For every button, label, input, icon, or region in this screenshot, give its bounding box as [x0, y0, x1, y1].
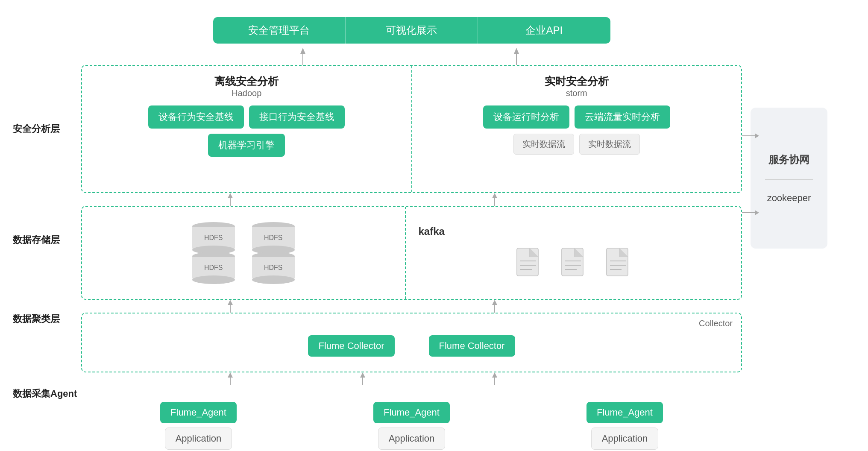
agent3-btn: Flume_Agent [586, 402, 663, 423]
realtime-sub2: 实时数据流 [579, 134, 640, 155]
svg-marker-30 [360, 372, 365, 378]
realtime-box: 实时安全分析 storm 设备运行时分析 云端流量实时分析 实时数据流 实时数据… [412, 66, 742, 192]
label-collector: 数据聚类层 [13, 287, 79, 351]
hdfs-area: HDFS HDFS HDFS [82, 207, 406, 299]
svg-marker-7 [492, 193, 497, 198]
offline-btn1: 设备行为安全基线 [148, 105, 244, 129]
offline-title: 离线安全分析 [214, 74, 279, 88]
svg-rect-13 [562, 248, 583, 276]
kafka-area: kafka [406, 207, 742, 299]
kafka-doc-3 [604, 246, 632, 280]
up-arrow-offline [299, 48, 307, 65]
svg-rect-18 [607, 248, 628, 276]
label-column: 安全分析层 数据存储层 数据聚类层 数据采集Agent [13, 65, 79, 451]
realtime-subtitle: storm [545, 88, 609, 98]
agent2-btn: Flume_Agent [373, 402, 450, 423]
svg-marker-26 [492, 300, 497, 305]
top-bar-item-1: 安全管理平台 [213, 17, 346, 44]
kafka-docs [515, 246, 632, 280]
up-arrow-kafka [491, 193, 499, 206]
offline-btn2: 接口行为安全基线 [249, 105, 345, 129]
agent-item-1: Flume_Agent Application [160, 402, 237, 450]
agent1-app: Application [165, 428, 232, 450]
collector-btn2: Flume Collector [429, 335, 515, 357]
agent-item-2: Flume_Agent Application [373, 402, 450, 450]
kafka-title: kafka [419, 226, 445, 237]
service-bottom: zookeeper [767, 193, 811, 204]
offline-box: 离线安全分析 Hadoop 设备行为安全基线 接口行为安全基线 机器学习引擎 [82, 66, 412, 192]
diagram-outer: 安全分析层 数据存储层 数据聚类层 数据采集Agent 离线 [13, 65, 855, 451]
agent2-app: Application [378, 428, 446, 450]
up-arrow-agent3 [491, 372, 499, 385]
svg-marker-32 [492, 372, 497, 378]
up-arrow-hdfs [226, 193, 234, 206]
kafka-doc-2 [560, 246, 587, 280]
collector-label: Collector [699, 319, 733, 328]
service-divider [765, 179, 813, 180]
hdfs-cyl-bot-2: HDFS [250, 252, 297, 284]
analysis-outer-box: 离线安全分析 Hadoop 设备行为安全基线 接口行为安全基线 机器学习引擎 实… [81, 65, 742, 193]
realtime-title: 实时安全分析 [545, 74, 609, 88]
svg-marker-5 [228, 193, 233, 198]
collector-box: Collector Flume Collector Flume Collecto… [81, 313, 742, 372]
up-arrow-realtime [512, 48, 521, 65]
realtime-sub1: 实时数据流 [513, 134, 574, 155]
storage-outer-box: HDFS HDFS HDFS [81, 206, 742, 300]
up-arrow-agent1 [226, 372, 234, 385]
svg-rect-8 [517, 248, 538, 276]
realtime-btn2: 云端流量实时分析 [575, 105, 670, 129]
svg-marker-3 [514, 48, 519, 54]
right-arrow-storage [742, 210, 759, 215]
up-arrow-collector1 [226, 300, 234, 313]
top-bar-item-3: 企业API [478, 17, 610, 44]
main-container: 安全管理平台 可视化展示 企业API [0, 0, 868, 451]
hdfs-cyl-top-2: HDFS [250, 222, 297, 254]
hdfs-cyl-top-1: HDFS [190, 222, 237, 254]
hdfs-group-2: HDFS HDFS [250, 222, 297, 284]
hdfs-group-1: HDFS HDFS [190, 222, 237, 284]
up-arrow-collector2 [491, 300, 499, 313]
label-agent: 数据采集Agent [13, 351, 79, 436]
center-column: 离线安全分析 Hadoop 设备行为安全基线 接口行为安全基线 机器学习引擎 实… [79, 65, 744, 451]
agent-row: Flume_Agent Application Flume_Agent Appl… [79, 385, 744, 451]
right-column: 服务协网 zookeeper [744, 65, 855, 451]
svg-marker-28 [228, 372, 233, 378]
label-storage: 数据存储层 [13, 193, 79, 287]
service-top: 服务协网 [768, 153, 809, 167]
offline-btn3: 机器学习引擎 [208, 134, 285, 157]
collector-btns: Flume Collector Flume Collector [308, 329, 515, 357]
kafka-doc-1 [515, 246, 542, 280]
top-bar: 安全管理平台 可视化展示 企业API [213, 17, 610, 44]
right-arrow-analysis [742, 133, 759, 138]
agent3-app: Application [591, 428, 659, 450]
agent1-btn: Flume_Agent [160, 402, 237, 423]
svg-marker-24 [228, 300, 233, 305]
top-bar-item-2: 可视化展示 [346, 17, 478, 44]
hdfs-cyl-bot-1: HDFS [190, 252, 237, 284]
up-arrow-agent2 [359, 372, 367, 385]
svg-marker-1 [300, 48, 305, 54]
offline-subtitle: Hadoop [214, 88, 279, 98]
realtime-btn1: 设备运行时分析 [483, 105, 569, 129]
label-analysis: 安全分析层 [13, 65, 79, 193]
service-box: 服务协网 zookeeper [751, 108, 827, 249]
agent-item-3: Flume_Agent Application [586, 402, 663, 450]
collector-btn1: Flume Collector [308, 335, 394, 357]
